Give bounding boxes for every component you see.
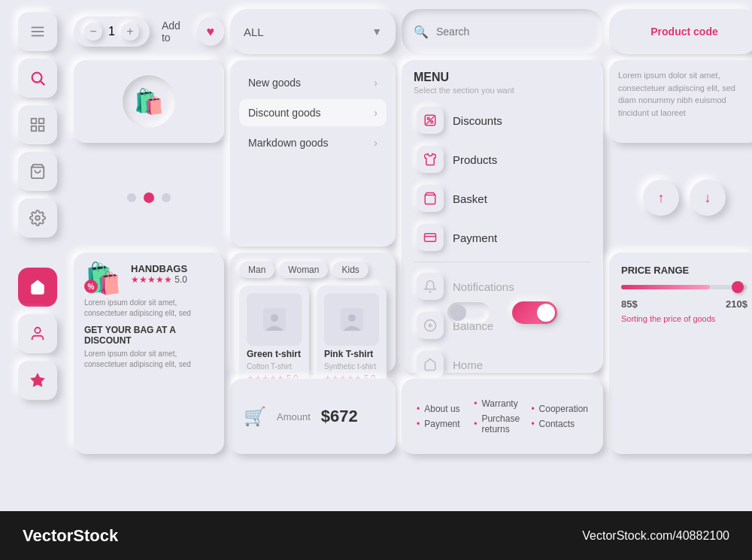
sidebar-store-icon[interactable] — [18, 268, 57, 307]
goods-item-discount[interactable]: Discount goods › — [239, 99, 387, 126]
footer-warranty[interactable]: Warranty — [474, 398, 528, 409]
payment-icon-wrap — [417, 224, 444, 251]
svg-point-13 — [427, 117, 429, 120]
quantity-increase[interactable]: + — [121, 23, 139, 41]
toggle-on[interactable] — [512, 301, 557, 324]
bag-icon-circle: 🛍️ — [123, 75, 175, 128]
range-fill — [621, 285, 710, 289]
handbag-rating: 5.0 — [174, 274, 187, 285]
goods-markdown-chevron: › — [374, 137, 378, 149]
arrow-down-button[interactable]: ↓ — [690, 180, 726, 216]
product-code-label: Product code — [650, 26, 717, 38]
nav-dots — [74, 149, 224, 247]
footer-payment[interactable]: Payment — [417, 419, 471, 429]
brand-url: VectorStock.com/40882100 — [582, 529, 729, 543]
svg-rect-8 — [39, 126, 44, 131]
products-card: Man Woman Kids Green t-shirt Cotton T-sh… — [230, 253, 396, 373]
sidebar-star-icon[interactable] — [18, 361, 57, 400]
product-title-2: Pink T-shirt — [324, 349, 379, 359]
goods-item-new[interactable]: New goods › — [239, 69, 387, 96]
menu-discounts-label: Discounts — [453, 114, 502, 127]
arrow-up-button[interactable]: ↑ — [643, 180, 679, 216]
footer-about[interactable]: About us — [417, 404, 471, 414]
brand-name: VectorStock — [23, 526, 118, 546]
handbag-cta: GET YOUR BAG AT A DISCOUNT — [84, 325, 214, 346]
amount-value: $672 — [321, 407, 358, 426]
price-range-label: Sorting the price of goods — [621, 314, 747, 323]
goods-discount-chevron: › — [374, 107, 378, 119]
product-code-box[interactable]: Product code — [609, 9, 752, 54]
sidebar-grid-icon[interactable] — [18, 105, 57, 144]
svg-point-3 — [32, 73, 42, 83]
toggle-off[interactable] — [447, 302, 490, 323]
menu-payment[interactable]: Payment — [414, 218, 591, 257]
amount-row: 🛒 Amount $672 — [230, 379, 396, 454]
product-img-1 — [247, 293, 302, 346]
sidebar-menu-icon[interactable] — [18, 12, 57, 51]
product-sub-1: Cotton T-shirt — [247, 362, 302, 371]
arrow-buttons: ↑ ↓ — [609, 149, 752, 247]
footer-contacts[interactable]: Contacts — [531, 419, 588, 429]
footer-returns[interactable]: Purchase returns — [474, 413, 528, 434]
menu-basket[interactable]: Basket — [414, 179, 591, 218]
description-box: Lorem ipsum dolor sit amet, consectetuer… — [609, 60, 752, 143]
svg-point-24 — [271, 314, 278, 322]
price-max: 210$ — [726, 298, 747, 310]
discounts-icon-wrap — [417, 107, 444, 134]
goods-menu: New goods › Discount goods › Markdown go… — [230, 60, 396, 247]
dot-1[interactable] — [127, 193, 136, 202]
filter-woman[interactable]: Woman — [279, 262, 328, 278]
price-range: PRICE RANGE 85$ 210$ Sorting the price o… — [609, 253, 752, 454]
range-track — [621, 285, 747, 289]
product-sub-2: Synthetic t-shirt — [324, 362, 379, 371]
menu-payment-label: Payment — [453, 232, 497, 244]
dot-3[interactable] — [162, 193, 171, 202]
filter-man[interactable]: Man — [239, 262, 274, 278]
goods-new-label: New goods — [248, 77, 301, 89]
svg-rect-7 — [32, 126, 36, 131]
sidebar-cart-icon[interactable] — [18, 152, 57, 191]
dropdown-all[interactable]: ALL ▼ — [230, 9, 396, 54]
price-range-title: PRICE RANGE — [621, 265, 747, 276]
sidebar-search-icon[interactable] — [18, 59, 57, 98]
menu-products-label: Products — [453, 153, 497, 166]
description-text: Lorem ipsum dolor sit amet, consectetuer… — [618, 71, 735, 117]
menu-discounts[interactable]: Discounts — [414, 101, 591, 140]
svg-rect-18 — [425, 234, 436, 242]
quantity-decrease[interactable]: − — [84, 23, 102, 41]
handbag-promo: 🛍️ % HANDBAGS ★★★★★ 5.0 Lorem ipsum dolo… — [74, 253, 224, 454]
amount-label: Amount — [277, 411, 311, 422]
product-title-1: Green t-shirt — [247, 349, 302, 359]
search-bar: 🔍 — [402, 9, 603, 54]
sidebar-user-icon[interactable] — [18, 314, 57, 353]
products-icon-wrap — [417, 146, 444, 173]
price-min: 85$ — [621, 298, 638, 310]
goods-new-chevron: › — [374, 77, 378, 89]
filter-kids[interactable]: Kids — [332, 262, 368, 278]
bag-area: 🛍️ — [74, 60, 224, 143]
svg-point-11 — [35, 328, 40, 333]
range-thumb[interactable] — [732, 281, 744, 293]
search-icon: 🔍 — [414, 25, 429, 39]
menu-basket-label: Basket — [453, 192, 487, 205]
search-input[interactable] — [436, 26, 591, 38]
svg-point-10 — [35, 216, 40, 220]
dot-2[interactable] — [144, 192, 154, 203]
toggles-row — [402, 253, 603, 373]
sidebar-settings-icon[interactable] — [18, 198, 57, 238]
menu-products[interactable]: Products — [414, 140, 591, 179]
svg-line-4 — [41, 81, 44, 85]
basket-icon-wrap — [417, 185, 444, 212]
quantity-row: − 1 + Add to ♥ — [74, 9, 224, 54]
wishlist-button[interactable]: ♥ — [197, 17, 224, 46]
svg-marker-12 — [31, 374, 44, 386]
handbag-promo-title: HANDBAGS — [131, 263, 187, 274]
svg-rect-6 — [39, 119, 44, 123]
filter-tabs: Man Woman Kids — [239, 262, 387, 278]
footer-cooperation[interactable]: Cooperation — [531, 404, 588, 414]
footer-bar: VectorStock VectorStock.com/40882100 — [0, 511, 752, 560]
main-layout: − 1 + Add to ♥ ALL ▼ 🔍 Product code PROD… — [0, 0, 752, 511]
handbag-description: Lorem ipsum dolor sit amet, consectetuer… — [84, 298, 214, 319]
product-img-2 — [324, 293, 379, 346]
goods-item-markdown[interactable]: Markdown goods › — [239, 129, 387, 156]
